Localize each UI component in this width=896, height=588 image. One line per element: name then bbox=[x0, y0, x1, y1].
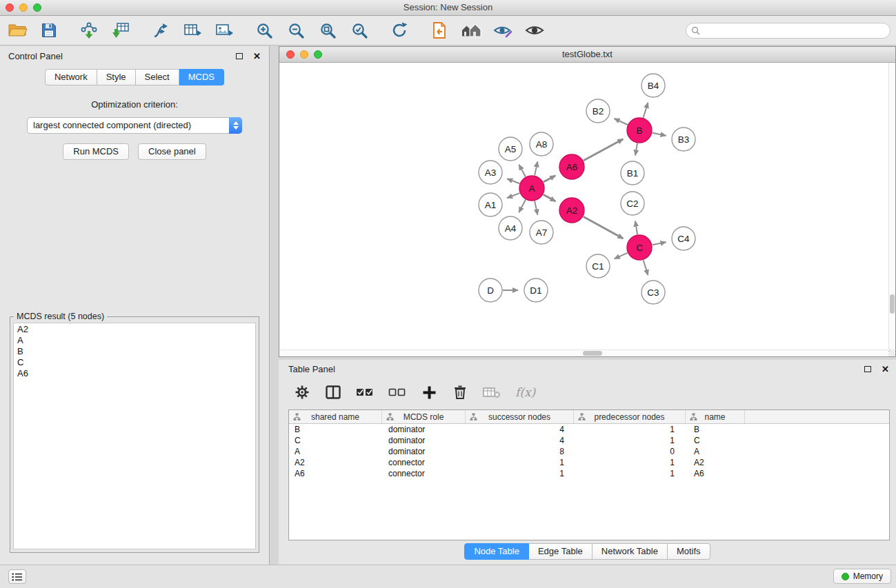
edge-B-B1[interactable] bbox=[635, 143, 637, 156]
zoom-out-button[interactable] bbox=[284, 19, 308, 42]
column-header-shared-name[interactable]: shared name bbox=[289, 410, 382, 423]
table-tab-network-table[interactable]: Network Table bbox=[593, 543, 668, 560]
open-recent-session-button[interactable] bbox=[428, 19, 451, 42]
tab-network[interactable]: Network bbox=[45, 69, 97, 85]
column-header-MCDS-role[interactable]: MCDS role bbox=[382, 410, 466, 423]
edge-A-A2[interactable] bbox=[544, 194, 556, 201]
column-header-successor-nodes[interactable]: successor nodes bbox=[466, 410, 574, 423]
graph-node-C4[interactable]: C4 bbox=[672, 227, 695, 250]
columns-visibility-button[interactable] bbox=[325, 383, 341, 401]
tab-select[interactable]: Select bbox=[136, 69, 179, 85]
edge-C-C4[interactable] bbox=[653, 242, 666, 245]
close-table-panel-icon[interactable]: ✕ bbox=[882, 365, 889, 374]
table-row[interactable]: Adominator80A bbox=[289, 446, 889, 457]
mcds-result-item[interactable]: A6 bbox=[14, 368, 255, 379]
style-preview-button[interactable] bbox=[491, 19, 515, 42]
graph-node-C3[interactable]: C3 bbox=[641, 281, 665, 304]
function-builder-button[interactable]: f(x) bbox=[515, 383, 535, 401]
graph-node-D[interactable]: D bbox=[479, 278, 502, 302]
graph-node-B[interactable]: B bbox=[627, 118, 652, 143]
graph-node-B4[interactable]: B4 bbox=[641, 74, 665, 97]
edge-A2-C[interactable] bbox=[584, 216, 624, 239]
network-close-button[interactable] bbox=[286, 50, 295, 59]
table-settings-button[interactable] bbox=[294, 383, 310, 401]
edge-A-A6[interactable] bbox=[544, 176, 555, 182]
mcds-result-item[interactable]: A bbox=[14, 335, 255, 346]
table-row[interactable]: Cdominator41C bbox=[289, 435, 889, 446]
save-session-button[interactable] bbox=[37, 19, 61, 42]
graph-node-D1[interactable]: D1 bbox=[524, 278, 548, 302]
edge-C-C2[interactable] bbox=[635, 221, 637, 235]
graph-node-A5[interactable]: A5 bbox=[499, 137, 522, 161]
edge-A-A8[interactable] bbox=[535, 161, 537, 175]
graph-node-B1[interactable]: B1 bbox=[621, 161, 644, 185]
graph-node-A3[interactable]: A3 bbox=[479, 161, 502, 184]
close-panel-button[interactable]: Close panel bbox=[138, 143, 206, 160]
edge-A-A1[interactable] bbox=[507, 193, 519, 198]
column-header-predecessor-nodes[interactable]: predecessor nodes bbox=[574, 410, 686, 423]
new-network-button[interactable] bbox=[149, 19, 172, 42]
graph-node-B3[interactable]: B3 bbox=[672, 128, 695, 151]
graph-node-C2[interactable]: C2 bbox=[621, 192, 644, 215]
edge-A-A3[interactable] bbox=[507, 179, 519, 183]
show-graphics-details-button[interactable] bbox=[523, 19, 546, 42]
float-panel-icon[interactable] bbox=[236, 53, 243, 59]
graph-node-A2[interactable]: A2 bbox=[559, 198, 584, 223]
network-zoom-button[interactable] bbox=[314, 50, 322, 59]
tab-style[interactable]: Style bbox=[97, 69, 136, 85]
mcds-result-item[interactable]: A2 bbox=[14, 324, 255, 335]
table-tab-motifs[interactable]: Motifs bbox=[668, 543, 710, 560]
delete-table-button[interactable] bbox=[483, 383, 501, 401]
network-canvas[interactable]: B4B2BB3A5A8A6B1A3AC2A1A2A4A7C4CC1C3DD1 bbox=[279, 63, 895, 356]
graph-node-A7[interactable]: A7 bbox=[530, 221, 553, 244]
task-history-button[interactable] bbox=[8, 569, 26, 584]
column-header-name[interactable]: name bbox=[686, 410, 745, 423]
edge-C-C3[interactable] bbox=[644, 260, 648, 275]
network-window-titlebar[interactable]: testGlobe.txt bbox=[279, 47, 895, 63]
minimize-window-button[interactable] bbox=[19, 3, 28, 12]
graph-node-A6[interactable]: A6 bbox=[559, 154, 584, 179]
home-view-button[interactable] bbox=[459, 19, 483, 42]
edge-C-C1[interactable] bbox=[615, 253, 628, 259]
edge-B-B3[interactable] bbox=[653, 133, 666, 136]
deselect-all-button[interactable] bbox=[388, 383, 406, 401]
mcds-result-item[interactable]: B bbox=[14, 346, 255, 357]
memory-button[interactable]: Memory bbox=[833, 569, 891, 584]
zoom-fit-button[interactable] bbox=[316, 19, 339, 42]
float-table-panel-icon[interactable] bbox=[864, 366, 871, 372]
graph-node-C1[interactable]: C1 bbox=[586, 254, 610, 278]
open-session-button[interactable] bbox=[6, 19, 29, 42]
select-all-button[interactable] bbox=[356, 383, 374, 401]
run-mcds-button[interactable]: Run MCDS bbox=[63, 143, 129, 160]
import-network-file-button[interactable] bbox=[77, 19, 101, 42]
import-table-file-button[interactable] bbox=[109, 19, 132, 42]
graph-node-A[interactable]: A bbox=[519, 176, 544, 201]
add-column-button[interactable] bbox=[421, 383, 437, 401]
edge-A-A4[interactable] bbox=[519, 200, 526, 212]
table-row[interactable]: A2connector11A2 bbox=[289, 457, 889, 468]
resize-grip[interactable] bbox=[888, 349, 895, 356]
search-input[interactable] bbox=[686, 23, 890, 39]
delete-column-button[interactable] bbox=[452, 383, 468, 401]
tab-mcds[interactable]: MCDS bbox=[179, 69, 224, 85]
zoom-selected-button[interactable] bbox=[348, 19, 371, 42]
vertical-scrollbar[interactable] bbox=[888, 63, 895, 349]
graph-node-A8[interactable]: A8 bbox=[530, 132, 553, 156]
table-tab-edge-table[interactable]: Edge Table bbox=[529, 543, 593, 560]
edge-A-A5[interactable] bbox=[519, 165, 526, 176]
graph-node-A1[interactable]: A1 bbox=[479, 193, 502, 216]
table-row[interactable]: A6connector11A6 bbox=[289, 468, 889, 479]
edge-B-B2[interactable] bbox=[615, 119, 628, 125]
edge-B-B4[interactable] bbox=[644, 103, 648, 118]
graph-node-A4[interactable]: A4 bbox=[499, 216, 522, 240]
edge-A-A7[interactable] bbox=[535, 201, 537, 215]
table-row[interactable]: Bdominator41B bbox=[289, 424, 889, 435]
edge-A6-B[interactable] bbox=[584, 139, 624, 161]
table-tab-node-table[interactable]: Node Table bbox=[464, 543, 529, 560]
horizontal-scrollbar[interactable] bbox=[279, 349, 888, 356]
zoom-in-button[interactable] bbox=[252, 19, 276, 42]
vertical-scrollbar-thumb[interactable] bbox=[890, 294, 895, 314]
new-table-button[interactable] bbox=[181, 19, 204, 42]
export-image-button[interactable] bbox=[212, 19, 236, 42]
optimization-criterion-select[interactable]: largest connected component (directed) bbox=[27, 117, 242, 134]
